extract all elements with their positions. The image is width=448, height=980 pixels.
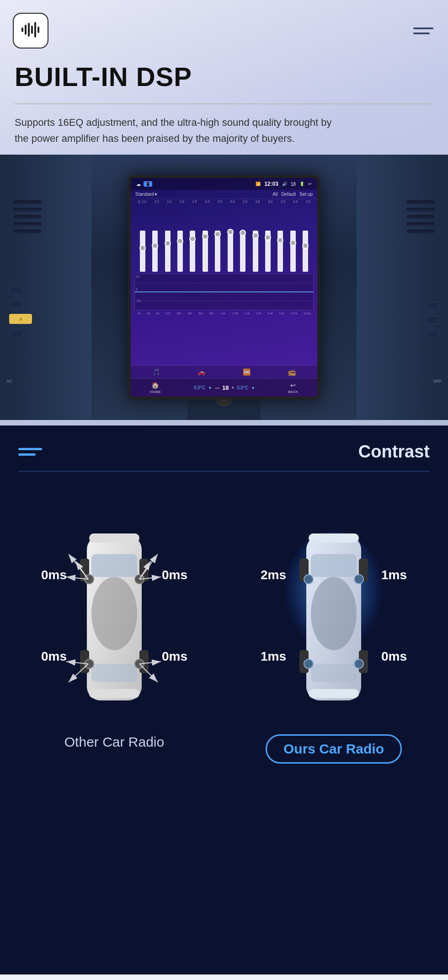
screen-ui: ☁ 📱 📶 12:03 🔊 18 🔋 ↩ xyxy=(131,178,317,397)
freq-graph: 10 5 -10 xyxy=(134,274,314,310)
screen-speaker-icons: 🎵 🚗 ⏭️ 📻 xyxy=(131,365,317,378)
speaker-icon-3: ⏭️ xyxy=(243,368,251,376)
title-area: BUILT-IN DSP xyxy=(0,58,448,95)
eq-bar-1 xyxy=(140,231,145,272)
screen-time: 12:03 xyxy=(264,181,278,187)
other-car-wrapper: 0ms 0ms 0ms 0ms xyxy=(41,495,187,723)
eq-bar-9 xyxy=(240,231,245,272)
hamburger-menu-icon[interactable] xyxy=(413,27,433,34)
svg-point-38 xyxy=(354,659,363,668)
car-screen: ☁ 📱 📶 12:03 🔊 18 🔋 ↩ xyxy=(128,175,320,399)
screen-eq-controls: Standard ▼ All Default Set up xyxy=(131,190,317,199)
eq-bar-6 xyxy=(203,231,208,272)
speaker-icon-1: 🎵 xyxy=(152,368,160,376)
car-dashboard-image: ⚠ AC OFF xyxy=(0,155,448,420)
other-car-comparison: 0ms 0ms 0ms 0ms xyxy=(18,495,210,750)
screen-volume: 18 xyxy=(291,182,296,187)
speaker-icon-2: 🚗 xyxy=(197,368,205,376)
screen-nav-bar: 🏠 HOME 0.0°C ▼ — 18 + 0.0°C ▼ xyxy=(131,378,317,397)
svg-rect-12 xyxy=(91,664,137,682)
eq-bar-3 xyxy=(165,231,171,272)
eq-bar-13 xyxy=(290,231,296,272)
ours-car-wrapper: 2ms 1ms 1ms 0ms xyxy=(261,495,407,723)
svg-rect-30 xyxy=(309,689,359,698)
svg-rect-5 xyxy=(37,27,39,33)
hero-description: Supports 16EQ adjustment, and the ultra-… xyxy=(0,114,357,146)
svg-rect-28 xyxy=(311,664,357,682)
logo-box xyxy=(13,13,48,48)
svg-rect-1 xyxy=(25,25,27,35)
eq-bar-12 xyxy=(277,231,283,272)
screen-status-icon: 📱 xyxy=(144,181,152,187)
eq-bar-11 xyxy=(265,231,271,272)
nav-home: 🏠 HOME xyxy=(150,382,161,394)
svg-point-37 xyxy=(304,659,313,668)
eq-default: Default xyxy=(281,192,296,197)
eq-bar-2 xyxy=(152,231,158,272)
eq-bar-10 xyxy=(253,231,258,272)
svg-point-10 xyxy=(91,577,137,650)
other-car-label: Other Car Radio xyxy=(64,734,164,750)
svg-rect-11 xyxy=(91,554,137,577)
bottom-section: Contrast 0ms 0ms 0ms 0ms xyxy=(0,425,448,975)
screen-statusbar: ☁ 📱 📶 12:03 🔊 18 🔋 ↩ xyxy=(131,178,317,190)
top-section: BUILT-IN DSP Supports 16EQ adjustment, a… xyxy=(0,0,448,425)
eq-bar-8 xyxy=(228,231,233,272)
eq-bar-7 xyxy=(215,231,220,272)
svg-rect-3 xyxy=(31,26,33,34)
svg-point-35 xyxy=(304,575,313,584)
svg-rect-4 xyxy=(34,22,36,38)
eq-setup: Set up xyxy=(299,192,313,197)
ours-car-comparison: 2ms 1ms 1ms 0ms xyxy=(238,495,430,764)
contrast-divider xyxy=(18,471,430,472)
audio-logo-icon xyxy=(19,18,42,43)
eq-bars xyxy=(134,208,314,272)
eq-bar-4 xyxy=(177,231,183,272)
dashboard-bg: ⚠ AC OFF xyxy=(0,155,448,420)
ours-car-label-button[interactable]: Ours Car Radio xyxy=(266,734,402,764)
dash-right-panel: OFF xyxy=(357,155,448,420)
eq-bar-5 xyxy=(190,231,195,272)
contrast-title: Contrast xyxy=(358,442,430,462)
contrast-lines-icon xyxy=(18,448,42,456)
svg-rect-0 xyxy=(21,27,23,32)
svg-rect-29 xyxy=(309,533,359,543)
svg-rect-14 xyxy=(89,689,139,698)
eq-visualization: 10 5 -10 30 50 80 125 200 320 500 xyxy=(131,204,317,365)
header xyxy=(0,0,448,58)
contrast-header: Contrast xyxy=(0,425,448,471)
speaker-icon-4: 📻 xyxy=(288,368,296,376)
title-divider xyxy=(15,103,433,104)
q-values-row: Q: 2.0 2.0 2.0 2.0 2.0 2.0 2.0 2.0 2.0 2… xyxy=(131,199,317,204)
svg-rect-27 xyxy=(311,554,357,577)
page-title: BUILT-IN DSP xyxy=(15,62,433,92)
svg-point-26 xyxy=(311,577,357,650)
dash-left-panel: ⚠ AC xyxy=(0,155,91,420)
svg-point-36 xyxy=(354,575,363,584)
nav-ac-controls: 0.0°C ▼ — 18 + 0.0°C ▼ xyxy=(194,384,255,391)
eq-all: All xyxy=(272,192,277,197)
nav-back: ↩ BACK xyxy=(288,382,298,394)
ours-car-svg xyxy=(261,495,407,723)
freq-labels: 30 50 80 125 200 320 500 800 1.0k 1.25k … xyxy=(134,311,314,316)
svg-rect-2 xyxy=(28,23,30,37)
other-car-label-container: Other Car Radio xyxy=(64,734,164,750)
svg-rect-13 xyxy=(89,533,139,543)
ours-car-label-container[interactable]: Ours Car Radio xyxy=(266,734,402,764)
eq-preset-label: Standard xyxy=(135,192,154,197)
eq-bar-14 xyxy=(303,231,308,272)
comparison-area: 0ms 0ms 0ms 0ms xyxy=(0,485,448,773)
other-car-svg xyxy=(41,495,187,723)
